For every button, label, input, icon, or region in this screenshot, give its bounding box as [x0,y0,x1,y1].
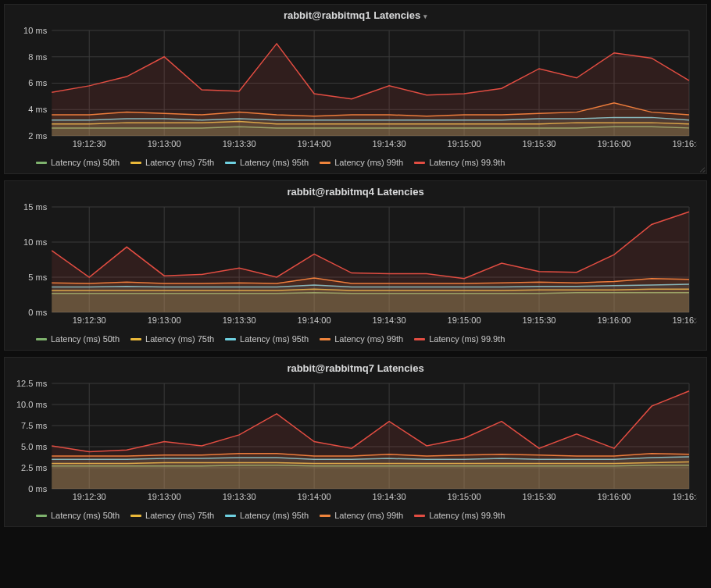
svg-text:10 ms: 10 ms [23,26,48,35]
resize-handle-icon[interactable] [698,165,706,173]
panel-title[interactable]: rabbit@rabbitmq7 Latencies [5,358,706,377]
legend-label: Latency (ms) 99.9th [429,511,505,520]
chevron-down-icon[interactable]: ▾ [423,12,427,20]
legend-swatch [225,338,236,340]
svg-text:2.5 ms: 2.5 ms [21,463,48,472]
svg-text:19:14:30: 19:14:30 [373,139,406,148]
svg-text:19:13:30: 19:13:30 [223,139,256,148]
legend-item-p99[interactable]: Latency (ms) 99th [320,334,403,344]
legend-label: Latency (ms) 95th [240,158,309,167]
legend-item-p999[interactable]: Latency (ms) 99.9th [414,334,505,344]
svg-text:19:15:00: 19:15:00 [448,492,481,501]
legend-item-p95[interactable]: Latency (ms) 95th [225,158,309,167]
svg-text:2 ms: 2 ms [28,131,47,141]
legend-label: Latency (ms) 75th [145,511,214,520]
svg-text:19:14:00: 19:14:00 [298,315,331,325]
legend-item-p95[interactable]: Latency (ms) 95th [225,511,309,520]
svg-text:7.5 ms: 7.5 ms [21,421,48,430]
svg-text:10.0 ms: 10.0 ms [16,400,48,409]
svg-text:19:14:00: 19:14:00 [298,139,331,148]
svg-text:8 ms: 8 ms [28,52,47,62]
svg-text:19:16:30: 19:16:30 [672,139,697,148]
svg-text:19:15:30: 19:15:30 [523,492,556,501]
svg-text:19:15:00: 19:15:00 [448,315,481,325]
chart-panel: rabbit@rabbitmq1 Latencies▾2 ms4 ms6 ms8… [4,4,707,174]
svg-text:19:13:30: 19:13:30 [223,492,256,501]
legend-label: Latency (ms) 50th [51,158,120,167]
svg-text:19:16:00: 19:16:00 [597,315,631,325]
svg-text:0 ms: 0 ms [28,484,47,494]
svg-text:19:12:30: 19:12:30 [73,315,106,325]
legend-swatch [225,162,236,164]
legend-item-p50[interactable]: Latency (ms) 50th [36,511,120,520]
chart-legend: Latency (ms) 50thLatency (ms) 75thLatenc… [5,330,706,350]
panel-title[interactable]: rabbit@rabbitmq1 Latencies▾ [5,5,706,24]
legend-item-p99[interactable]: Latency (ms) 99th [320,158,403,167]
svg-text:19:15:30: 19:15:30 [523,139,556,148]
legend-swatch [130,515,141,517]
legend-item-p75[interactable]: Latency (ms) 75th [130,511,214,520]
legend-label: Latency (ms) 95th [240,511,309,520]
svg-text:4 ms: 4 ms [28,105,47,114]
legend-label: Latency (ms) 99.9th [429,334,505,344]
svg-text:19:16:30: 19:16:30 [672,492,697,501]
legend-swatch [320,338,330,340]
legend-swatch [414,515,425,517]
chart-panel: rabbit@rabbitmq4 Latencies0 ms5 ms10 ms1… [4,180,707,351]
legend-label: Latency (ms) 95th [240,334,309,344]
legend-swatch [36,338,47,340]
legend-swatch [36,515,47,517]
svg-text:19:14:00: 19:14:00 [298,492,331,501]
legend-label: Latency (ms) 50th [51,511,120,520]
svg-text:19:14:30: 19:14:30 [373,492,406,501]
svg-text:19:14:30: 19:14:30 [373,315,406,325]
legend-label: Latency (ms) 50th [51,334,120,344]
chart-legend: Latency (ms) 50thLatency (ms) 75thLatenc… [5,153,706,173]
legend-item-p95[interactable]: Latency (ms) 95th [225,334,309,344]
panel-title[interactable]: rabbit@rabbitmq4 Latencies [5,181,706,201]
legend-item-p75[interactable]: Latency (ms) 75th [130,158,214,167]
svg-text:15 ms: 15 ms [23,202,48,212]
svg-text:19:13:30: 19:13:30 [223,315,256,325]
svg-text:19:16:00: 19:16:00 [597,492,631,501]
chart-legend: Latency (ms) 50thLatency (ms) 75thLatenc… [5,506,706,526]
svg-text:19:13:00: 19:13:00 [148,315,181,325]
legend-item-p99[interactable]: Latency (ms) 99th [320,511,403,520]
legend-swatch [320,162,330,164]
legend-item-p75[interactable]: Latency (ms) 75th [130,334,214,344]
svg-text:5 ms: 5 ms [28,273,47,282]
svg-text:12.5 ms: 12.5 ms [16,379,48,388]
legend-label: Latency (ms) 75th [145,158,214,167]
legend-label: Latency (ms) 99.9th [429,158,505,167]
svg-text:6 ms: 6 ms [28,79,47,88]
svg-text:10 ms: 10 ms [23,237,48,247]
svg-text:19:16:00: 19:16:00 [597,139,631,148]
legend-item-p50[interactable]: Latency (ms) 50th [36,334,120,344]
svg-text:19:12:30: 19:12:30 [73,492,106,501]
legend-swatch [130,162,141,164]
legend-swatch [130,338,141,340]
dashboard-root: rabbit@rabbitmq1 Latencies▾2 ms4 ms6 ms8… [4,4,707,527]
svg-text:0 ms: 0 ms [28,308,47,317]
legend-label: Latency (ms) 75th [145,334,214,344]
panel-title-text: rabbit@rabbitmq4 Latencies [287,186,423,198]
legend-item-p999[interactable]: Latency (ms) 99.9th [414,511,505,520]
legend-swatch [225,515,236,517]
legend-item-p999[interactable]: Latency (ms) 99.9th [414,158,505,167]
legend-label: Latency (ms) 99th [334,511,403,520]
legend-swatch [320,515,330,517]
chart-plot-area[interactable]: 0 ms2.5 ms5.0 ms7.5 ms10.0 ms12.5 ms19:1… [14,377,697,506]
svg-text:19:12:30: 19:12:30 [73,139,106,148]
svg-text:19:13:00: 19:13:00 [148,139,181,148]
chart-plot-area[interactable]: 0 ms5 ms10 ms15 ms19:12:3019:13:0019:13:… [14,201,697,330]
panel-title-text: rabbit@rabbitmq7 Latencies [287,362,423,374]
legend-swatch [414,162,425,164]
legend-item-p50[interactable]: Latency (ms) 50th [36,158,120,167]
legend-swatch [414,338,425,340]
chart-plot-area[interactable]: 2 ms4 ms6 ms8 ms10 ms19:12:3019:13:0019:… [14,24,697,153]
legend-label: Latency (ms) 99th [334,334,403,344]
chart-panel: rabbit@rabbitmq7 Latencies0 ms2.5 ms5.0 … [4,357,707,527]
svg-text:19:13:00: 19:13:00 [148,492,181,501]
svg-text:19:15:30: 19:15:30 [523,315,556,325]
svg-text:19:15:00: 19:15:00 [448,139,481,148]
